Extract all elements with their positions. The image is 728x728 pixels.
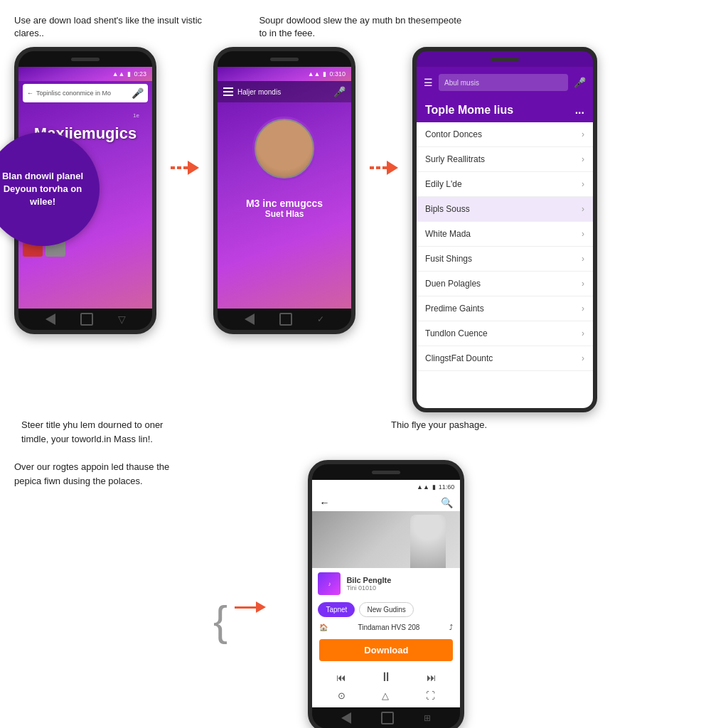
phone2-top-bar: [218, 51, 351, 67]
phone4-top-bar: [312, 464, 460, 480]
below-phone2-caption: [185, 418, 341, 446]
phone4-artist-details: Bilc Penglte Tini 01010: [346, 576, 391, 592]
phone1-app-subtitle: 1e: [24, 112, 146, 119]
phone3-search-field[interactable]: Abul musis: [439, 74, 568, 91]
list-item-name: White Mada: [425, 229, 471, 239]
phone3-hamburger-icon[interactable]: ☰: [424, 77, 433, 88]
list-item-name: ClingstFat Dountc: [425, 353, 493, 363]
phone3-search-top: ☰ Abul musis 🎤: [417, 67, 593, 98]
chevron-icon: ›: [582, 229, 584, 239]
list-item[interactable]: Bipls Souss›: [417, 197, 593, 222]
phone2-hamburger-bar: Haljer mondis 🎤: [218, 81, 351, 102]
dash2: [177, 166, 181, 169]
phone4-download-btn[interactable]: Download: [319, 639, 453, 661]
phone4-tab-active[interactable]: Tapnet: [318, 602, 355, 617]
phone4-share-icon[interactable]: ⤴: [449, 623, 453, 631]
below-phone3-caption: Thio flye your pashage.: [391, 418, 576, 446]
chevron-icon: ›: [582, 304, 584, 314]
phone1-speaker: [71, 58, 100, 61]
phone3-playlist-header: Tople Mome lius ...: [417, 98, 593, 122]
list-item-name: Edily L'de: [425, 179, 462, 189]
phone2-wrapper: ▲▲ ▮ 0:310 Haljer mondis 🎤: [213, 47, 355, 334]
phone2-home-nav[interactable]: [279, 313, 292, 326]
phone3-dots-icon[interactable]: ...: [575, 104, 584, 117]
list-item[interactable]: Duen Polagles›: [417, 272, 593, 296]
phone4-screen: ▲▲ ▮ 11:60 ← 🔍: [312, 480, 460, 707]
phone1-time: 0:23: [134, 70, 146, 77]
phone2-menu-title: Haljer mondis: [237, 88, 281, 96]
arrow1: [171, 161, 199, 175]
phone4-signal-icon: ▲▲: [417, 483, 429, 491]
chevron-icon: ›: [582, 204, 584, 214]
chevron-icon: ›: [582, 353, 584, 363]
phone4-back-icon[interactable]: ←: [319, 497, 329, 508]
phone1-bottom-bar: ▽: [18, 309, 152, 330]
bracket-left: {: [213, 600, 228, 643]
phone1-signal-icon: ▲▲: [112, 70, 125, 77]
phone4-notify-btn[interactable]: △: [382, 690, 389, 701]
list-item[interactable]: Surly Reallitrats›: [417, 147, 593, 172]
phone2-bottom-bar: ✓: [218, 309, 351, 330]
phone2-back-nav[interactable]: [245, 314, 255, 325]
chevron-icon: ›: [582, 129, 584, 139]
phone2-battery-icon: ▮: [323, 70, 326, 77]
phone4-artist-info: ♪ Bilc Penglte Tini 01010: [312, 568, 460, 599]
phone3-search-text: Abul musis: [444, 79, 479, 87]
list-item[interactable]: White Mada›: [417, 222, 593, 247]
phone4-repeat-btn[interactable]: ⊙: [338, 690, 346, 701]
phone1-search-text: Topinlisc cononmice in Mo: [36, 90, 129, 97]
phone2-check-nav[interactable]: ✓: [317, 314, 324, 324]
list-item[interactable]: Contor Donces›: [417, 122, 593, 147]
phone4-tab-inactive[interactable]: New Gudins: [359, 602, 413, 617]
list-item[interactable]: ClingstFat Dountc›: [417, 346, 593, 371]
phone1-mic-icon[interactable]: 🎤: [132, 87, 144, 99]
below-phone1-caption: Steer title yhu lem dourned to oner timd…: [14, 418, 171, 446]
chevron-icon: ›: [582, 328, 584, 338]
list-item[interactable]: Tundlon Cuence›: [417, 321, 593, 346]
phone1-menu-nav[interactable]: ▽: [118, 314, 126, 325]
phone4-rewind-btn[interactable]: ⏮: [336, 672, 346, 683]
phone3-mic-icon[interactable]: 🎤: [574, 77, 586, 88]
phone1-home-nav[interactable]: [80, 313, 93, 326]
list-item-name: Predime Gaints: [425, 304, 484, 314]
phone4-back-nav[interactable]: [341, 712, 351, 724]
chevron-icon: ›: [582, 154, 584, 164]
list-item[interactable]: Predime Gaints›: [417, 296, 593, 321]
phone1-back-nav[interactable]: [46, 314, 55, 325]
phone4-apps-nav[interactable]: ⊞: [424, 713, 431, 723]
phone4-bottom-bar: ⊞: [312, 707, 460, 728]
phone2-overlay: M3 inc emugccs Suet Hlas: [218, 195, 351, 222]
phone4-home-nav[interactable]: [381, 712, 394, 724]
phone2-speaker: [270, 58, 299, 61]
phone3-playlist-title: Tople Mome lius: [425, 104, 513, 117]
phone1-search-bar[interactable]: ← Topinlisc cononmice in Mo 🎤: [23, 84, 148, 102]
top-captions: Use are down load shent's like the insul…: [14, 14, 714, 40]
phone4-hero-banner: [312, 511, 460, 568]
phone4-top-nav: ← 🔍: [312, 494, 460, 511]
phone3-screen: ☰ Abul musis 🎤 Tople Mome lius ... Conto…: [417, 67, 593, 408]
phone2-signal-icon: ▲▲: [308, 70, 321, 77]
hamburger-icon[interactable]: [223, 87, 233, 96]
phone4-share2-btn[interactable]: ⛶: [426, 690, 435, 701]
phone3-list: Contor Donces›Surly Reallitrats›Edily L'…: [417, 122, 593, 371]
phone4-status-bar: ▲▲ ▮ 11:60: [312, 480, 460, 494]
dash1: [171, 166, 175, 169]
arrow1-dashes: [171, 166, 188, 169]
phone4-forward-btn[interactable]: ⏭: [427, 672, 437, 683]
phone3: ☰ Abul musis 🎤 Tople Mome lius ... Conto…: [412, 47, 597, 412]
phone2: ▲▲ ▮ 0:310 Haljer mondis 🎤: [213, 47, 355, 334]
list-item[interactable]: Fusit Shings›: [417, 247, 593, 272]
chevron-icon: ›: [582, 179, 584, 189]
back-icon[interactable]: ←: [27, 90, 33, 97]
arrow1-head: [188, 161, 199, 175]
list-item-name: Bipls Souss: [425, 204, 470, 214]
phone4-wrapper: ▲▲ ▮ 11:60 ← 🔍: [273, 460, 500, 728]
phone4-pause-btn[interactable]: ⏸: [380, 670, 392, 685]
phone2-mic-icon[interactable]: 🎤: [333, 86, 346, 97]
phone4: ▲▲ ▮ 11:60 ← 🔍: [308, 460, 464, 728]
phone4-home-icon[interactable]: 🏠: [319, 623, 328, 631]
phone4-search-icon[interactable]: 🔍: [441, 497, 453, 508]
top-caption-center: Soupr dowlood slew the ay muth bn thesem…: [259, 14, 469, 40]
list-item[interactable]: Edily L'de›: [417, 172, 593, 197]
page-container: Use are down load shent's like the insul…: [0, 0, 728, 728]
